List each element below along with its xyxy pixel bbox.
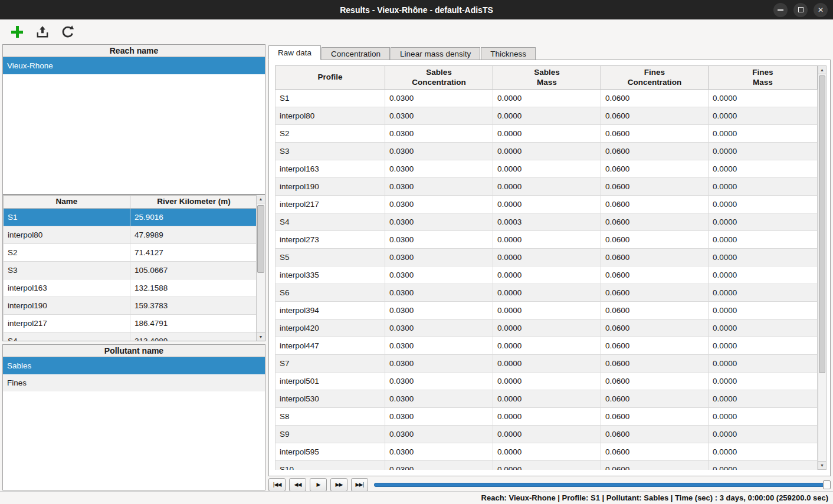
table-row[interactable]: S40.03000.00030.06000.0000 [276, 213, 818, 231]
table-cell[interactable]: interpol335 [276, 266, 385, 284]
table-cell[interactable]: 0.0600 [601, 231, 709, 249]
table-cell[interactable]: 0.0000 [493, 284, 601, 302]
table-row[interactable]: interpol1900.03000.00000.06000.0000 [276, 178, 818, 196]
table-cell[interactable]: interpol595 [276, 443, 385, 461]
table-cell[interactable]: 0.0300 [385, 319, 493, 337]
table-cell[interactable]: 0.0000 [493, 426, 601, 443]
table-cell[interactable]: 0.0000 [709, 249, 818, 266]
table-cell[interactable]: 159.3783 [130, 297, 258, 315]
table-row[interactable]: S90.03000.00000.06000.0000 [276, 426, 818, 443]
table-cell[interactable]: interpol163 [4, 279, 130, 297]
table-cell[interactable]: 0.0600 [601, 196, 709, 213]
table-cell[interactable]: 0.0000 [709, 160, 818, 178]
table-cell[interactable]: 0.0600 [601, 213, 709, 231]
table-cell[interactable]: 0.0000 [493, 107, 601, 125]
table-cell[interactable]: 0.0003 [493, 213, 601, 231]
table-cell[interactable]: 132.1588 [130, 279, 258, 297]
table-row[interactable]: S125.9016 [4, 209, 258, 226]
table-cell[interactable]: 0.0300 [385, 443, 493, 461]
table-cell[interactable]: 0.0600 [601, 107, 709, 125]
table-cell[interactable]: interpol394 [276, 302, 385, 319]
table-cell[interactable]: interpol447 [276, 337, 385, 355]
table-cell[interactable]: 0.0300 [385, 355, 493, 373]
table-cell[interactable]: S1 [276, 90, 385, 107]
table-row[interactable]: interpol5300.03000.00000.06000.0000 [276, 390, 818, 408]
table-cell[interactable]: 0.0300 [385, 107, 493, 125]
scroll-thumb[interactable] [257, 205, 264, 273]
table-row[interactable]: S50.03000.00000.06000.0000 [276, 249, 818, 266]
titlebar[interactable]: Results - Vieux-Rhône - default-AdisTS ✕ [0, 0, 833, 19]
table-row[interactable]: interpol8047.9989 [4, 226, 258, 244]
table-cell[interactable]: S5 [276, 249, 385, 266]
table-cell[interactable]: 0.0000 [493, 178, 601, 196]
column-header-name[interactable]: Name [4, 196, 130, 209]
column-header-fines-mass[interactable]: Fines Mass [709, 66, 818, 90]
table-cell[interactable]: 0.0600 [601, 426, 709, 443]
table-cell[interactable]: 0.0000 [709, 107, 818, 125]
column-header-sables-concentration[interactable]: Sables Concentration [385, 66, 493, 90]
table-cell[interactable]: 0.0600 [601, 249, 709, 266]
table-row[interactable]: interpol217186.4791 [4, 315, 258, 332]
time-slider-handle[interactable] [823, 480, 831, 489]
refresh-button[interactable] [59, 23, 77, 41]
table-cell[interactable]: 0.0000 [493, 461, 601, 470]
table-cell[interactable]: 0.0000 [493, 143, 601, 160]
table-cell[interactable]: 47.9989 [130, 226, 258, 244]
table-cell[interactable]: 0.0300 [385, 266, 493, 284]
table-cell[interactable]: 0.0000 [493, 266, 601, 284]
column-header-profile[interactable]: Profile [276, 66, 385, 90]
table-cell[interactable]: S10 [276, 461, 385, 470]
scroll-down-icon[interactable]: ▼ [818, 461, 826, 469]
table-cell[interactable]: 0.0300 [385, 231, 493, 249]
table-cell[interactable]: 213.4089 [130, 332, 258, 342]
table-cell[interactable]: 0.0600 [601, 143, 709, 160]
table-cell[interactable]: 0.0600 [601, 390, 709, 408]
table-cell[interactable]: S1 [4, 209, 130, 226]
table-cell[interactable]: 0.0000 [493, 355, 601, 373]
table-cell[interactable]: 0.0300 [385, 178, 493, 196]
table-cell[interactable]: 0.0000 [493, 231, 601, 249]
table-cell[interactable]: 0.0000 [493, 337, 601, 355]
table-row[interactable]: interpol4470.03000.00000.06000.0000 [276, 337, 818, 355]
table-row[interactable]: S100.03000.00000.06000.0000 [276, 461, 818, 470]
fast-forward-button[interactable]: ▶▶ [330, 478, 347, 492]
table-cell[interactable]: 0.0000 [493, 302, 601, 319]
table-row[interactable]: S70.03000.00000.06000.0000 [276, 355, 818, 373]
table-cell[interactable]: 0.0600 [601, 160, 709, 178]
table-row[interactable]: interpol2170.03000.00000.06000.0000 [276, 196, 818, 213]
scroll-down-icon[interactable]: ▼ [257, 332, 265, 341]
table-cell[interactable]: 0.0000 [493, 249, 601, 266]
table-cell[interactable]: S3 [4, 262, 130, 279]
table-cell[interactable]: 0.0000 [709, 231, 818, 249]
play-button[interactable]: ▶ [310, 478, 327, 492]
table-cell[interactable]: 0.0600 [601, 266, 709, 284]
table-cell[interactable]: 105.0667 [130, 262, 258, 279]
table-cell[interactable]: S4 [276, 213, 385, 231]
table-cell[interactable]: 0.0300 [385, 390, 493, 408]
skip-start-button[interactable]: |◀◀ [268, 478, 286, 492]
table-cell[interactable]: 0.0000 [493, 160, 601, 178]
table-cell[interactable]: 0.0000 [709, 355, 818, 373]
table-cell[interactable]: S6 [276, 284, 385, 302]
table-cell[interactable]: 0.0000 [493, 373, 601, 390]
table-cell[interactable]: interpol530 [276, 390, 385, 408]
table-cell[interactable]: 71.4127 [130, 244, 258, 262]
reach-item-vieux-rhone[interactable]: Vieux-Rhone [3, 57, 265, 74]
column-header-river-kilometer[interactable]: River Kilometer (m) [130, 196, 258, 209]
table-cell[interactable]: interpol273 [276, 231, 385, 249]
table-row[interactable]: interpol5950.03000.00000.06000.0000 [276, 443, 818, 461]
table-cell[interactable]: 0.0000 [709, 125, 818, 143]
table-row[interactable]: interpol190159.3783 [4, 297, 258, 315]
table-row[interactable]: interpol800.03000.00000.06000.0000 [276, 107, 818, 125]
table-cell[interactable]: 0.0600 [601, 302, 709, 319]
scroll-thumb[interactable] [819, 75, 825, 373]
table-cell[interactable]: 0.0300 [385, 125, 493, 143]
table-cell[interactable]: 0.0000 [709, 143, 818, 160]
rewind-button[interactable]: ◀◀ [289, 478, 306, 492]
table-cell[interactable]: 0.0000 [493, 408, 601, 426]
table-cell[interactable]: 0.0300 [385, 337, 493, 355]
skip-end-button[interactable]: ▶▶| [351, 478, 368, 492]
table-cell[interactable]: 0.0300 [385, 426, 493, 443]
table-cell[interactable]: 0.0000 [709, 337, 818, 355]
scroll-up-icon[interactable]: ▲ [818, 66, 826, 74]
